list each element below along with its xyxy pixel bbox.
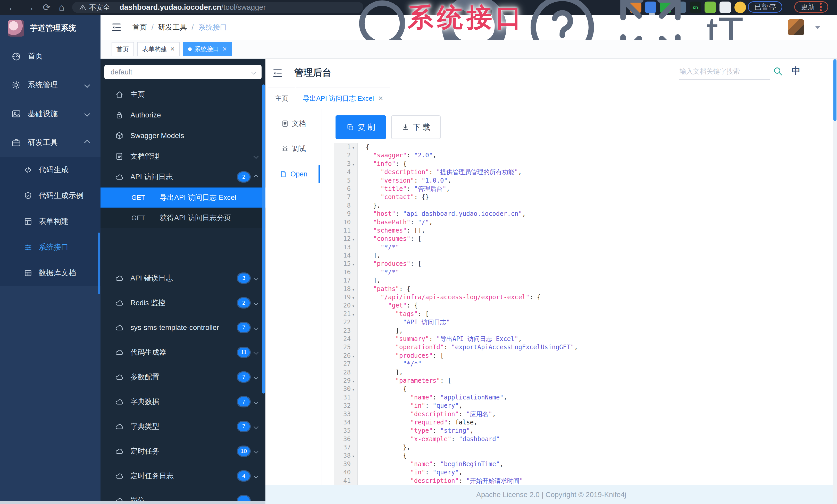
- swagger-item-sw-sms-template[interactable]: sys-sms-template-controller 7: [101, 315, 265, 340]
- forward-icon[interactable]: →: [25, 2, 35, 13]
- download-icon: [402, 123, 409, 131]
- menu-fold-icon[interactable]: [272, 68, 283, 79]
- sidebar-item-system[interactable]: 系统管理: [0, 71, 101, 99]
- swagger-item-label: 字典类型: [130, 422, 159, 431]
- sidebar-item-codegen[interactable]: 代码生成: [0, 157, 101, 183]
- line-number: 21▾: [334, 310, 357, 318]
- language-toggle[interactable]: 中: [791, 65, 800, 77]
- swagger-item-sw-redis[interactable]: Redis 监控 2: [101, 291, 265, 315]
- swagger-scrollbar[interactable]: [262, 85, 265, 393]
- code-line: ],: [366, 326, 823, 335]
- tag-表单构建[interactable]: 表单构建 ✕: [137, 42, 180, 56]
- http-method: GET: [131, 214, 160, 222]
- line-number: 7: [334, 193, 357, 201]
- swagger-item-sw-dict-type[interactable]: 字典类型 7: [101, 414, 265, 439]
- line-number: 15▾: [334, 260, 357, 268]
- api-operation[interactable]: GET 获得API 访问日志分页: [101, 208, 265, 228]
- swagger-item-sw-codegen[interactable]: 代码生成器 11: [101, 340, 265, 365]
- tags-view: 首页 表单构建 ✕ 系统接口 ✕: [101, 40, 837, 59]
- tag-系统接口[interactable]: 系统接口 ✕: [183, 42, 232, 56]
- chevron-down-icon: [253, 276, 258, 280]
- reload-icon[interactable]: ⟳: [43, 2, 51, 13]
- close-icon[interactable]: ✕: [378, 95, 383, 102]
- swagger-item-sw-api-access-log[interactable]: API 访问日志 2: [101, 167, 265, 187]
- line-number: 40: [334, 468, 357, 477]
- code-line: "title": "管理后台",: [366, 185, 823, 193]
- chevron-up-icon: [253, 174, 258, 179]
- breadcrumb-home[interactable]: 首页: [132, 22, 147, 32]
- sidebar-item-codegen-demo[interactable]: 代码生成示例: [0, 183, 101, 209]
- code-line: {: [366, 143, 823, 151]
- user-avatar[interactable]: [788, 19, 804, 35]
- swagger-item-sw-param-config[interactable]: 参数配置 7: [101, 365, 265, 389]
- minibar-Open[interactable]: Open: [265, 166, 322, 182]
- line-number: 13: [334, 243, 357, 251]
- swagger-item-sw-models[interactable]: Swagger Models: [101, 126, 265, 146]
- doc-search-input[interactable]: [679, 63, 770, 80]
- cloud-icon: [115, 172, 124, 181]
- chevron-down-icon: [253, 375, 258, 379]
- breadcrumb-devtool[interactable]: 研发工具: [158, 22, 187, 32]
- hamburger-icon[interactable]: [111, 22, 122, 33]
- avatar-caret-icon[interactable]: [815, 26, 820, 29]
- lock-icon: [115, 111, 124, 119]
- tag-首页[interactable]: 首页: [111, 42, 134, 56]
- swagger-item-sw-job[interactable]: 定时任务 10: [101, 439, 265, 464]
- sidebar-item-system-api[interactable]: 系统接口: [0, 235, 101, 260]
- swagger-item-sw-post[interactable]: 岗位: [101, 488, 265, 501]
- editor-gutter: 1▾23▾456789101112▾131415▾161718▾19▾20▾21…: [334, 143, 358, 485]
- group-select-value: default: [110, 68, 132, 76]
- sidebar-item-devtool[interactable]: 研发工具: [0, 128, 101, 157]
- extension-cn-icon[interactable]: cn: [690, 2, 701, 13]
- doc-tab-主页[interactable]: 主页: [268, 88, 295, 109]
- window-scrollbar-thumb[interactable]: [833, 59, 836, 121]
- download-button[interactable]: 下 载: [391, 115, 441, 139]
- home-icon[interactable]: ⌂: [59, 2, 65, 13]
- swagger-item-sw-authorize[interactable]: Authorize: [101, 105, 265, 126]
- count-badge: [238, 496, 250, 501]
- code-line: ],: [366, 276, 823, 284]
- sidebar-subitem-label: 系统接口: [39, 242, 69, 253]
- count-badge: 3: [238, 274, 250, 283]
- copy-button[interactable]: 复 制: [336, 115, 386, 139]
- doc-search-icon[interactable]: [772, 66, 783, 76]
- api-operation[interactable]: GET 导出API 访问日志 Excel: [101, 187, 265, 208]
- line-number: 34: [334, 418, 357, 427]
- swagger-item-sw-job-log[interactable]: 定时任务日志 4: [101, 464, 265, 488]
- swagger-item-sw-api-error-log[interactable]: API 错误日志 3: [101, 266, 265, 291]
- sidebar-item-infra[interactable]: 基础设施: [0, 99, 101, 128]
- json-editor[interactable]: 1▾23▾456789101112▾131415▾161718▾19▾20▾21…: [334, 143, 823, 485]
- sidebar-item-form-build[interactable]: 表单构建: [0, 209, 101, 235]
- swagger-item-sw-home[interactable]: 主页: [101, 84, 265, 105]
- horizontal-scrollbar[interactable]: [0, 501, 265, 504]
- api-group-select[interactable]: default: [104, 65, 262, 79]
- sidebar-item-label: 基础设施: [28, 109, 58, 119]
- gear-icon: [11, 80, 21, 90]
- swagger-item-sw-docmgr[interactable]: 文档管理: [101, 146, 265, 167]
- kebab-menu-icon[interactable]: [820, 3, 822, 11]
- cloud-icon: [115, 496, 124, 501]
- address-bar[interactable]: 不安全 dashboard.yudao.iocoder.cn /tool/swa…: [72, 2, 363, 13]
- swagger-item-sw-dict-data[interactable]: 字典数据 7: [101, 389, 265, 414]
- code-line: "name": "beginBeginTime",: [366, 460, 823, 468]
- file-icon: [280, 170, 287, 178]
- line-number: 24: [334, 335, 357, 343]
- count-badge: 10: [238, 447, 250, 456]
- sidebar-item-home[interactable]: 首页: [0, 42, 101, 71]
- chevron-down-icon: [253, 350, 258, 355]
- close-icon[interactable]: ✕: [170, 46, 175, 53]
- swagger-menu: 主页 Authorize Swagger Models 文档管理 API 访问日…: [101, 84, 265, 501]
- line-number: 16: [334, 268, 357, 276]
- chevron-down-icon: [84, 111, 90, 117]
- doc-tab-导出API 访问日志 Excel[interactable]: 导出API 访问日志 Excel ✕: [296, 88, 390, 109]
- line-number: 28: [334, 368, 357, 376]
- minibar-调试[interactable]: 调试: [265, 141, 322, 156]
- doc-content: 管理后台 中 主页 导出API 访问日志 Excel ✕ 文档 调试 Open …: [265, 59, 837, 504]
- sidebar-scrollbar[interactable]: [98, 232, 100, 294]
- close-icon[interactable]: ✕: [222, 46, 227, 53]
- sidebar-item-db-doc[interactable]: 数据库文档: [0, 260, 101, 286]
- back-icon[interactable]: ←: [8, 2, 17, 13]
- update-button[interactable]: 更新: [794, 1, 828, 13]
- sidebar-subitem-label: 数据库文档: [39, 268, 76, 278]
- minibar-文档[interactable]: 文档: [265, 116, 322, 131]
